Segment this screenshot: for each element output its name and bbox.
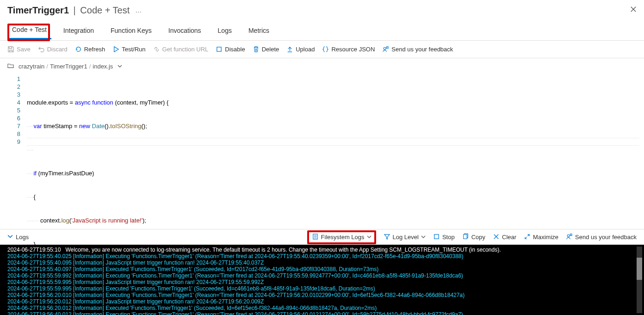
breadcrumb-seg-2[interactable]: TimerTrigger1 [50,63,87,70]
code-content[interactable]: module.exports = async function (context… [27,74,644,227]
disable-button[interactable]: Disable [216,46,245,53]
save-icon [7,46,14,53]
get-function-url-button[interactable]: Get function URL [153,46,209,53]
page-header: TimerTrigger1 | Code + Test … [0,0,644,19]
link-icon [153,46,160,53]
title-separator: | [71,5,78,16]
console-line: 2024-06-27T19:55:59.995 [Information] Ex… [7,285,640,292]
tab-bar: Code + Test Integration Function Keys In… [0,20,644,41]
undo-icon [38,46,45,53]
console-line: 2024-06-27T19:55:40.025 [Information] Ex… [7,253,640,259]
resource-json-button[interactable]: Resource JSON [322,46,375,53]
braces-icon [322,46,329,53]
console-line: 2024-06-27T19:55:59.995 [Information] Ja… [7,279,640,285]
test-run-button[interactable]: Test/Run [112,46,145,53]
play-icon [112,46,119,53]
console-line: 2024-06-27T19:55:59.992 [Information] Ex… [7,272,640,279]
console-line: 2024-06-27T19:55:10 Welcome, you are now… [7,247,640,253]
svg-rect-0 [217,47,221,51]
console-line: 2024-06-27T19:56:20.012 [Information] Ex… [7,305,640,311]
refresh-icon [75,46,82,53]
svg-point-1 [384,47,386,49]
folder-icon [7,62,14,70]
tab-invocations[interactable]: Invocations [164,22,206,39]
refresh-button[interactable]: Refresh [75,46,105,53]
line-gutter: 123456789 [0,74,27,227]
tab-logs[interactable]: Logs [213,22,236,39]
person-feedback-icon [382,46,389,53]
breadcrumb-seg-1[interactable]: crazytrain [19,63,44,70]
trash-icon [253,46,260,53]
stop-square-icon [216,46,223,53]
chevron-down-icon [7,234,13,241]
save-button[interactable]: Save [7,46,31,53]
console-line: 2024-06-27T19:55:40.097 [Information] Ex… [7,266,640,272]
tab-function-keys[interactable]: Function Keys [106,22,156,39]
upload-icon [286,46,293,53]
breadcrumb: crazytrain / TimerTrigger1 / index.js [0,58,644,74]
current-line-highlight [27,138,639,146]
chevron-down-icon[interactable] [118,63,122,70]
tab-integration[interactable]: Integration [59,22,99,39]
console-line: 2024-06-27T19:55:40.095 [Information] Ja… [7,259,640,266]
upload-button[interactable]: Upload [286,46,315,53]
page-title-main: TimerTrigger1 [7,5,69,16]
discard-button[interactable]: Discard [38,46,68,53]
tab-code-test[interactable]: Code + Test [7,21,51,39]
logs-toggle[interactable]: Logs [7,234,29,241]
toolbar: Save Discard Refresh Test/Run Get functi… [0,41,644,58]
log-console[interactable]: 2024-06-27T19:55:10 Welcome, you are now… [0,245,644,315]
console-line: 2024-06-27T19:56:20.010 [Information] Ex… [7,292,640,298]
breadcrumb-seg-3[interactable]: index.js [93,63,113,70]
scrollbar-thumb[interactable] [637,258,642,280]
page-title-sub: Code + Test [80,5,130,16]
close-icon[interactable] [630,6,637,14]
delete-button[interactable]: Delete [253,46,279,53]
tab-metrics[interactable]: Metrics [244,22,274,39]
console-line: 2024-06-27T19:56:40.012 [Information] Ex… [7,311,640,315]
console-line: 2024-06-27T19:56:20.012 [Information] Ja… [7,298,640,305]
more-actions-icon[interactable]: … [135,6,142,14]
scrollbar-track[interactable] [637,247,642,313]
feedback-button[interactable]: Send us your feedback [382,46,453,53]
code-editor[interactable]: 123456789 module.exports = async functio… [0,74,644,227]
